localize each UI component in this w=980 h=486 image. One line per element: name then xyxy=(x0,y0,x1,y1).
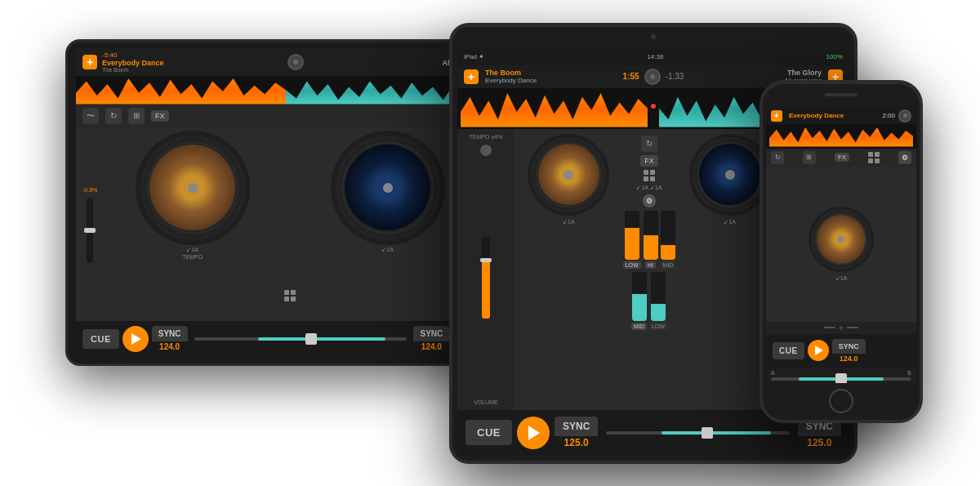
tablet-eq-btn[interactable]: ⊞ xyxy=(128,108,145,124)
tablet-fx-label[interactable]: FX xyxy=(151,110,169,122)
tablet-wave-btn[interactable]: 〜 xyxy=(82,108,99,124)
tablet-crossfader-thumb[interactable] xyxy=(305,333,317,345)
ipad-turntable-left: ↙1A xyxy=(519,134,618,405)
tablet-play-button-left[interactable] xyxy=(122,326,149,352)
ipad-eq-label-low-right: LOW xyxy=(649,323,667,330)
iphone-track-title: Everybody Dance xyxy=(789,112,879,119)
ipad-eq-fader-mid-right[interactable] xyxy=(632,272,647,321)
ipad-sync-label-left[interactable]: SYNC xyxy=(555,417,598,436)
tablet-tempo-label: TEMPO xyxy=(182,254,203,260)
ipad-eq-fill-mid xyxy=(661,245,675,260)
tablet-cue-button-left[interactable]: CUE xyxy=(82,329,119,349)
tablet-bpm-left: 124.0 xyxy=(159,342,180,351)
tablet-grid-icon[interactable] xyxy=(284,290,296,301)
tablet-transport: CUE SYNC 124.0 SYN xyxy=(76,321,496,357)
ipad-eq-fill-low xyxy=(625,228,639,260)
tablet-controls-row: 〜 ↻ ⊞ FX xyxy=(76,105,496,127)
ig4 xyxy=(650,176,655,181)
iphone-1a-label: ↙1A xyxy=(835,275,848,282)
iphone-transport: CUE SYNC 124.0 xyxy=(766,334,916,368)
iphone-divide-icon: ÷ xyxy=(839,323,844,332)
ipad-eq-row-left: LOW HI xyxy=(623,211,676,269)
ipad-eq-row-right: MID LOW xyxy=(631,272,667,330)
iphone-controls: ↻ ⊞ FX ⚙ xyxy=(766,149,916,167)
ph2 xyxy=(875,152,880,157)
iphone-dj-app: + Everybody Dance 2:00 ↻ ⊞ xyxy=(766,108,916,383)
iphone-crossfader-track[interactable] xyxy=(771,377,911,381)
ipad-camera xyxy=(651,34,656,39)
iphone-turntable-area: ↙1A xyxy=(766,167,916,322)
iphone-add-button[interactable]: + xyxy=(771,110,782,122)
ipad-vinyl-icon xyxy=(644,69,661,85)
tablet-volume-fader-left[interactable] xyxy=(87,198,93,263)
iphone-home-button[interactable] xyxy=(829,389,853,413)
tablet-dj-app: + -5:40 Everybody Dance The Boom 1:05 Al… xyxy=(76,48,496,357)
tablet-sync-group-left: SYNC 124.0 xyxy=(152,326,188,351)
iphone-cue-button[interactable]: CUE xyxy=(773,342,804,359)
tablet-waveform-orange xyxy=(76,76,286,105)
ipad-record-dot xyxy=(651,104,656,109)
iphone-vinyl[interactable] xyxy=(808,207,874,272)
tablet-sync-label-left[interactable]: SYNC xyxy=(152,326,188,341)
tablet-sync-btn[interactable]: ↻ xyxy=(105,108,122,124)
tablet-waveform xyxy=(76,76,496,105)
tablet-bpm-right: 124.0 xyxy=(421,342,442,351)
ipad-add-button[interactable]: + xyxy=(464,69,479,84)
ipad-center-dot-right xyxy=(725,170,735,180)
iphone-sync-label[interactable]: SYNC xyxy=(832,339,866,354)
tablet-fader-left: -0.8% xyxy=(79,131,100,318)
ipad-cue-button-left[interactable]: CUE xyxy=(466,420,512,445)
ipad-eq-low-left: LOW xyxy=(623,211,641,269)
g3 xyxy=(284,297,289,301)
ipad-vinyl-right[interactable] xyxy=(689,134,771,216)
ipad-volume-fader[interactable] xyxy=(482,237,490,319)
ig1 xyxy=(644,170,648,175)
ipad-eq-fader-hi[interactable] xyxy=(644,211,658,260)
ipad-fx-label[interactable]: FX xyxy=(640,155,658,167)
ipad-eq-label-mid-right: MID xyxy=(631,323,647,330)
tablet-vinyl-left[interactable] xyxy=(136,131,250,245)
iphone-settings-btn[interactable]: ⚙ xyxy=(898,151,911,164)
tablet-waveform-left xyxy=(76,76,286,105)
tablet-sync-label-right[interactable]: SYNC xyxy=(413,326,449,341)
ipad-time-pos: 1:55 xyxy=(623,72,639,81)
tablet-sync-group-right: SYNC 124.0 xyxy=(413,326,449,351)
ipad-eq-label-low: LOW xyxy=(623,261,641,269)
ipad-vol-fill xyxy=(482,261,490,319)
ipad-eq-fader-low-left[interactable] xyxy=(625,211,639,260)
tablet-add-button[interactable]: + xyxy=(82,55,97,69)
iphone-crossfader-thumb[interactable] xyxy=(835,373,847,383)
ipad-gear-icon[interactable]: ⚙ xyxy=(643,194,656,207)
ipad-crossfader-track[interactable] xyxy=(606,431,789,435)
ipad-play-triangle xyxy=(528,426,540,440)
ipad-grid-icon[interactable] xyxy=(644,170,655,181)
ipad-crossfader-area xyxy=(603,431,792,435)
iphone-grid-icon[interactable] xyxy=(868,152,880,163)
tablet-title-left: Everybody Dance xyxy=(102,59,283,67)
ipad-crossfader-thumb[interactable] xyxy=(702,427,713,439)
ipad-vinyl-left[interactable] xyxy=(528,134,609,216)
iphone-sync-group: SYNC 124.0 xyxy=(832,339,866,363)
iphone-waveform-fill xyxy=(769,126,913,147)
ipad-eq-hi-left: HI xyxy=(644,211,658,269)
iphone-fx-label[interactable]: FX xyxy=(835,153,849,162)
ipad-left-panel: TEMPO ±4% VOLUME xyxy=(457,129,514,410)
iphone-sync-btn[interactable]: ↻ xyxy=(771,151,784,164)
tablet-fader-thumb-left xyxy=(84,228,96,233)
iphone-play-button[interactable] xyxy=(808,340,829,361)
ipad-title-left: The Boom xyxy=(485,69,617,77)
ipad-wifi-status: iPad ✦ xyxy=(464,53,484,60)
tablet-center-dot-right xyxy=(383,183,393,193)
tablet-large: + -5:40 Everybody Dance The Boom 1:05 Al… xyxy=(65,39,506,366)
tablet-crossfader-track[interactable] xyxy=(194,337,408,341)
ipad-eq-fader-mid-left[interactable] xyxy=(661,211,675,260)
ipad-mixer: ↻ FX ↙1A ↙1A xyxy=(621,134,678,405)
ipad-eq-fader-low-right[interactable] xyxy=(651,272,666,321)
ipad-eq-fill-hi xyxy=(644,235,658,260)
iphone-eq-btn[interactable]: ⊞ xyxy=(803,151,816,164)
ipad-sync-btn[interactable]: ↻ xyxy=(641,136,657,152)
tablet-vinyl-right[interactable] xyxy=(331,131,445,245)
iphone-divider-line2 xyxy=(847,327,858,328)
ipad-play-button[interactable] xyxy=(517,417,550,449)
ipad-wave-icon[interactable] xyxy=(480,145,492,156)
